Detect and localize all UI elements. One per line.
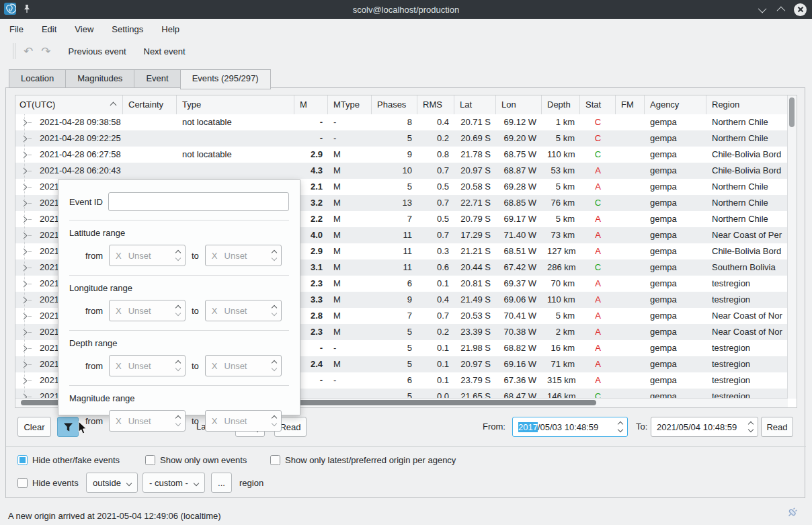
region-more-button[interactable]: ... [211, 473, 232, 493]
clear-value-icon[interactable]: X [212, 306, 218, 316]
table-row[interactable]: 2021-04-28 06:27:58not locatable2.9M90.8… [15, 147, 788, 163]
latitude-from-spinbox[interactable]: XUnset [109, 245, 186, 266]
toolbar-handle[interactable] [13, 43, 15, 59]
column-header-lon[interactable]: Lon [496, 95, 542, 114]
hide-other-fake-checkbox[interactable] [17, 455, 28, 465]
clear-value-icon[interactable]: X [116, 416, 122, 426]
menu-edit[interactable]: Edit [42, 24, 56, 34]
from-datetime-field[interactable]: 2017/05/03 10:48:59 [512, 417, 628, 437]
clear-value-icon[interactable]: X [116, 251, 122, 261]
cell-depth: 71 km [542, 356, 580, 372]
clear-button[interactable]: Clear [17, 417, 51, 437]
cell-depth: 286 km [542, 259, 580, 276]
depth-from-spinbox[interactable]: XUnset [109, 355, 186, 376]
column-header-fm[interactable]: FM [616, 95, 645, 114]
column-header-stat[interactable]: Stat [580, 95, 616, 114]
row-expander[interactable] [15, 195, 34, 211]
row-expander[interactable] [15, 324, 34, 340]
table-row[interactable]: 2021-04-28 06:20:434.3M100.720.97 S68.87… [15, 163, 788, 179]
cell-fm [616, 163, 645, 179]
tab-event[interactable]: Event [134, 69, 179, 88]
row-expander[interactable] [15, 356, 34, 372]
maximize-button[interactable] [777, 7, 783, 13]
menu-view[interactable]: View [75, 24, 93, 34]
hide-events-checkbox[interactable] [17, 478, 28, 488]
spin-down-icon [175, 255, 181, 261]
next-event-button[interactable]: Next event [144, 46, 186, 56]
row-expander[interactable] [15, 292, 34, 308]
column-header-ot[interactable]: OT(UTC) [15, 95, 123, 114]
row-expander[interactable] [15, 211, 34, 227]
magnitude-to-spinbox[interactable]: XUnset [205, 410, 282, 432]
region-preset-dropdown[interactable]: - custom - [143, 473, 205, 493]
magnitude-from-spinbox[interactable]: XUnset [109, 410, 186, 432]
menu-file[interactable]: File [9, 24, 24, 34]
column-header-lat[interactable]: Lat [454, 95, 496, 114]
menu-help[interactable]: Help [161, 24, 179, 34]
row-expander[interactable] [15, 163, 34, 179]
tab-magnitudes[interactable]: Magnitudes [65, 69, 134, 88]
row-expander[interactable] [15, 340, 34, 356]
curved-arrow-right-icon[interactable]: ↷ [41, 46, 50, 57]
row-expander[interactable] [15, 130, 34, 147]
longitude-to-spinbox[interactable]: XUnset [205, 300, 282, 321]
table-row[interactable]: 2021-04-28 09:22:25--50.220.69 S69.20 W5… [15, 130, 788, 147]
clear-value-icon[interactable]: X [212, 416, 218, 426]
pin-icon[interactable] [23, 4, 31, 15]
column-header-depth[interactable]: Depth [542, 95, 580, 114]
show-latest-preferred-checkbox[interactable] [270, 455, 280, 465]
row-expander[interactable] [15, 243, 34, 259]
cell-phases: 13 [372, 195, 417, 211]
column-header-mtype[interactable]: MType [328, 95, 372, 114]
column-header-m[interactable]: M [294, 95, 328, 114]
to-label: To: [636, 417, 647, 437]
column-header-rms[interactable]: RMS [417, 95, 454, 114]
column-header-region[interactable]: Region [706, 95, 788, 114]
column-header-agency[interactable]: Agency [645, 95, 706, 114]
longitude-from-spinbox[interactable]: XUnset [109, 300, 186, 321]
row-expander[interactable] [15, 308, 34, 324]
row-expander[interactable] [15, 259, 34, 276]
clear-value-icon[interactable]: X [116, 361, 122, 371]
outside-dropdown[interactable]: outside [86, 473, 138, 493]
read-range-button[interactable]: Read [761, 417, 793, 437]
vertical-scrollbar[interactable] [787, 95, 797, 399]
tab-location[interactable]: Location [9, 69, 65, 88]
column-header-certainty[interactable]: Certainty [123, 95, 177, 114]
spin-down-icon [618, 427, 623, 432]
cell-mtype: - [328, 372, 372, 389]
clear-value-icon[interactable]: X [212, 251, 218, 261]
row-expander[interactable] [15, 114, 34, 130]
cell-lat: 20.53 S [454, 308, 496, 324]
row-expander[interactable] [15, 276, 34, 292]
cell-phases: 5 [372, 130, 417, 147]
clear-value-icon[interactable]: X [212, 361, 218, 371]
cell-mtype: M [328, 308, 372, 324]
minimize-button[interactable] [760, 7, 766, 13]
to-datetime-field[interactable]: 2021/05/04 10:48:59 [651, 417, 758, 437]
latitude-to-spinbox[interactable]: XUnset [205, 245, 282, 266]
curved-arrow-left-icon[interactable]: ↶ [24, 46, 33, 57]
menu-settings[interactable]: Settings [112, 24, 143, 34]
column-header-type[interactable]: Type [177, 95, 294, 114]
row-expander[interactable] [15, 179, 34, 195]
row-expander[interactable] [15, 147, 34, 163]
show-only-own-checkbox[interactable] [145, 455, 155, 465]
close-button[interactable] [794, 3, 807, 16]
row-expander[interactable] [15, 227, 34, 243]
row-expander[interactable] [15, 372, 34, 389]
depth-to-spinbox[interactable]: XUnset [205, 355, 282, 376]
cell-fm [616, 389, 645, 399]
clear-value-icon[interactable]: X [116, 306, 122, 316]
cell-agency: gempa [645, 276, 706, 292]
cell-stat: C [580, 130, 616, 147]
cell-stat: C [580, 114, 616, 130]
event-id-input[interactable] [108, 192, 289, 211]
vertical-scrollbar-thumb[interactable] [789, 97, 795, 127]
cell-type [177, 130, 294, 147]
table-row[interactable]: 2021-04-28 09:38:58not locatable--80.420… [15, 114, 788, 130]
column-header-phases[interactable]: Phases [372, 95, 417, 114]
row-expander[interactable] [15, 389, 34, 399]
previous-event-button[interactable]: Previous event [69, 46, 126, 56]
tab-events[interactable]: Events (295/297) [180, 69, 271, 89]
